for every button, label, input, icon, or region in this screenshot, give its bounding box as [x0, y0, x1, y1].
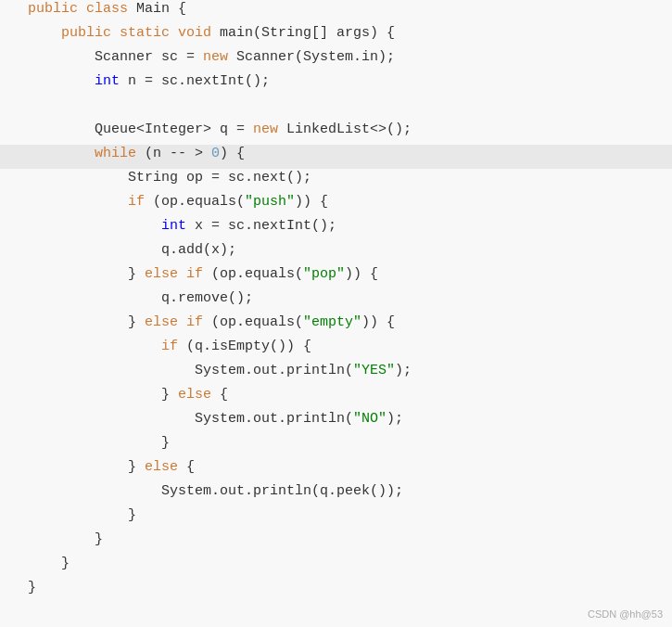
- token-plain: }: [28, 459, 145, 475]
- code-line: System.out.println("NO");: [0, 410, 672, 434]
- token-kw: while: [28, 146, 136, 161]
- code-editor: public class Main { public static void m…: [0, 0, 672, 627]
- token-plain: )) {: [295, 194, 328, 210]
- code-line: }: [0, 531, 672, 555]
- token-plain: Queue: [28, 122, 136, 137]
- line-content: int n = sc.nextInt();: [28, 73, 672, 89]
- token-plain: main(: [211, 25, 261, 41]
- watermark: CSDN @hh@53: [588, 608, 663, 620]
- code-line: } else {: [0, 386, 672, 410]
- token-plain: ) {: [220, 146, 245, 161]
- line-content: Queue<Integer> q = new LinkedList<>();: [28, 122, 672, 137]
- line-content: if (op.equals("push")) {: [28, 194, 672, 210]
- line-content: }: [28, 531, 672, 547]
- token-string: "push": [245, 194, 295, 210]
- code-line: } else if (op.equals("pop")) {: [0, 265, 672, 289]
- token-kw-blue: int: [28, 218, 186, 234]
- token-plain: {: [211, 387, 228, 403]
- code-line: } else {: [0, 458, 672, 482]
- token-plain: String[] args) {: [261, 25, 395, 41]
- line-content: String op = sc.next();: [28, 170, 672, 186]
- token-plain: LinkedList<>();: [278, 122, 412, 137]
- code-line: }: [0, 555, 672, 579]
- token-plain: (q.isEmpty()) {: [178, 339, 311, 354]
- code-line: Scanner sc = new Scanner(System.in);: [0, 48, 672, 72]
- token-kw: else: [145, 459, 178, 475]
- token-plain: }: [28, 531, 103, 547]
- line-content: }: [28, 556, 672, 571]
- code-line: } else if (op.equals("empty")) {: [0, 314, 672, 338]
- line-content: } else {: [28, 387, 672, 403]
- line-content: public static void main(String[] args) {: [28, 25, 672, 41]
- token-plain: q.remove();: [28, 290, 253, 306]
- line-content: }: [28, 580, 672, 595]
- token-plain: }: [28, 580, 36, 595]
- token-plain: System.out.println(: [28, 363, 353, 378]
- code-line: [0, 96, 672, 121]
- token-plain: }: [28, 556, 70, 571]
- token-kw: new: [203, 49, 228, 65]
- token-plain: [28, 25, 61, 41]
- token-plain: }: [28, 266, 145, 282]
- token-plain: q.add(x);: [28, 242, 236, 258]
- code-line: }: [0, 579, 672, 603]
- token-plain: (op.equals(: [145, 194, 245, 210]
- code-line: System.out.println("YES");: [0, 362, 672, 386]
- code-line: String op = sc.next();: [0, 169, 672, 193]
- code-line: if (q.isEmpty()) {: [0, 338, 672, 362]
- code-line: while (n -- > 0) {: [0, 145, 672, 169]
- token-plain: n = sc.nextInt();: [120, 73, 270, 89]
- token-plain: Main {: [128, 1, 186, 17]
- line-content: q.remove();: [28, 290, 672, 306]
- code-line: q.remove();: [0, 289, 672, 314]
- token-kw: public static void: [61, 25, 211, 41]
- line-content: System.out.println("YES");: [28, 363, 672, 378]
- token-kw: else if: [145, 314, 203, 330]
- token-plain: {: [178, 459, 195, 475]
- token-plain: <Integer> q =: [136, 122, 253, 137]
- token-kw: public class: [28, 1, 128, 17]
- token-string: "pop": [303, 266, 345, 282]
- token-plain: x = sc.nextInt();: [186, 218, 336, 234]
- token-string: "empty": [303, 314, 361, 330]
- line-content: } else {: [28, 459, 672, 475]
- code-line: int x = sc.nextInt();: [0, 217, 672, 241]
- token-plain: Scanner sc =: [28, 49, 203, 65]
- token-num: 0: [211, 146, 220, 161]
- token-kw: else: [178, 387, 211, 403]
- token-plain: (n -- >: [136, 146, 211, 161]
- token-string: "NO": [353, 411, 387, 427]
- token-plain: System.out.println(: [28, 411, 353, 427]
- token-plain: }: [28, 387, 178, 403]
- token-string: "YES": [353, 363, 395, 378]
- line-content: public class Main {: [28, 1, 672, 17]
- line-content: }: [28, 507, 672, 523]
- token-plain: )) {: [345, 266, 378, 282]
- line-content: Scanner sc = new Scanner(System.in);: [28, 49, 672, 65]
- token-kw-blue: int: [28, 73, 120, 89]
- code-line: public static void main(String[] args) {: [0, 24, 672, 48]
- code-line: int n = sc.nextInt();: [0, 72, 672, 96]
- line-content: while (n -- > 0) {: [28, 146, 672, 161]
- code-line: if (op.equals("push")) {: [0, 193, 672, 217]
- token-kw: else if: [145, 266, 203, 282]
- token-kw: if: [28, 339, 178, 354]
- token-plain: }: [28, 314, 145, 330]
- token-plain: String op = sc.next();: [28, 170, 311, 186]
- line-content: } else if (op.equals("empty")) {: [28, 314, 672, 330]
- token-plain: (op.equals(: [203, 314, 303, 330]
- code-line: System.out.println(q.peek());: [0, 482, 672, 506]
- line-content: int x = sc.nextInt();: [28, 218, 672, 234]
- token-plain: Scanner(System.in);: [228, 49, 395, 65]
- code-line: q.add(x);: [0, 241, 672, 265]
- code-line: }: [0, 434, 672, 458]
- token-kw: if: [28, 194, 145, 210]
- line-content: System.out.println(q.peek());: [28, 483, 672, 499]
- code-line: }: [0, 506, 672, 531]
- line-content: System.out.println("NO");: [28, 411, 672, 427]
- code-line: public class Main {: [0, 0, 672, 24]
- token-plain: (op.equals(: [203, 266, 303, 282]
- token-plain: }: [28, 507, 136, 523]
- line-content: if (q.isEmpty()) {: [28, 339, 672, 354]
- token-plain: }: [28, 435, 170, 451]
